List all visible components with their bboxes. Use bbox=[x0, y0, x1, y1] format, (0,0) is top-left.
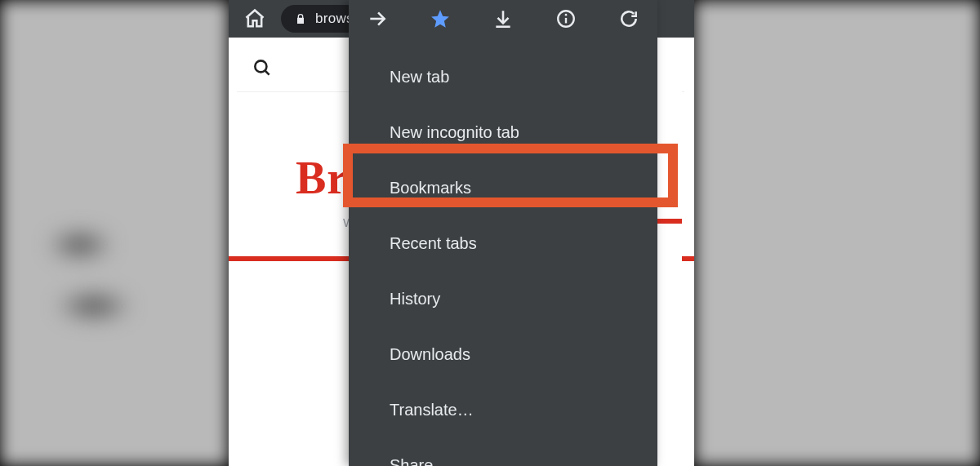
menu-item-history[interactable]: History bbox=[349, 271, 657, 326]
menu-item-new-tab[interactable]: New tab bbox=[349, 49, 657, 104]
refresh-icon[interactable] bbox=[618, 8, 639, 29]
menu-item-share[interactable]: Share… bbox=[349, 437, 657, 466]
lock-icon bbox=[294, 12, 307, 25]
menu-items: New tab New incognito tab Bookmarks Rece… bbox=[349, 38, 657, 466]
brand-divider-sliver bbox=[657, 219, 682, 224]
svg-point-0 bbox=[255, 60, 266, 72]
background-blur-right bbox=[694, 0, 980, 466]
page-sliver-right bbox=[657, 38, 682, 466]
menu-item-downloads[interactable]: Downloads bbox=[349, 326, 657, 382]
svg-point-7 bbox=[565, 14, 568, 16]
search-icon bbox=[252, 57, 273, 78]
address-text: brows bbox=[315, 11, 354, 27]
bookmark-star-icon[interactable] bbox=[430, 8, 451, 29]
menu-item-bookmarks[interactable]: Bookmarks bbox=[349, 160, 657, 215]
download-icon[interactable] bbox=[492, 8, 514, 29]
stage: brows Bro We How to Cl Critica bbox=[0, 0, 980, 466]
home-icon[interactable] bbox=[243, 7, 266, 30]
svg-line-1 bbox=[265, 70, 269, 74]
forward-icon[interactable] bbox=[367, 8, 388, 29]
menu-item-recent-tabs[interactable]: Recent tabs bbox=[349, 215, 657, 271]
overflow-menu: New tab New incognito tab Bookmarks Rece… bbox=[349, 0, 657, 466]
menu-icon-row bbox=[349, 0, 657, 38]
menu-item-new-incognito-tab[interactable]: New incognito tab bbox=[349, 104, 657, 160]
info-icon[interactable] bbox=[555, 8, 577, 29]
menu-item-translate[interactable]: Translate… bbox=[349, 382, 657, 437]
background-smudge bbox=[24, 208, 163, 331]
